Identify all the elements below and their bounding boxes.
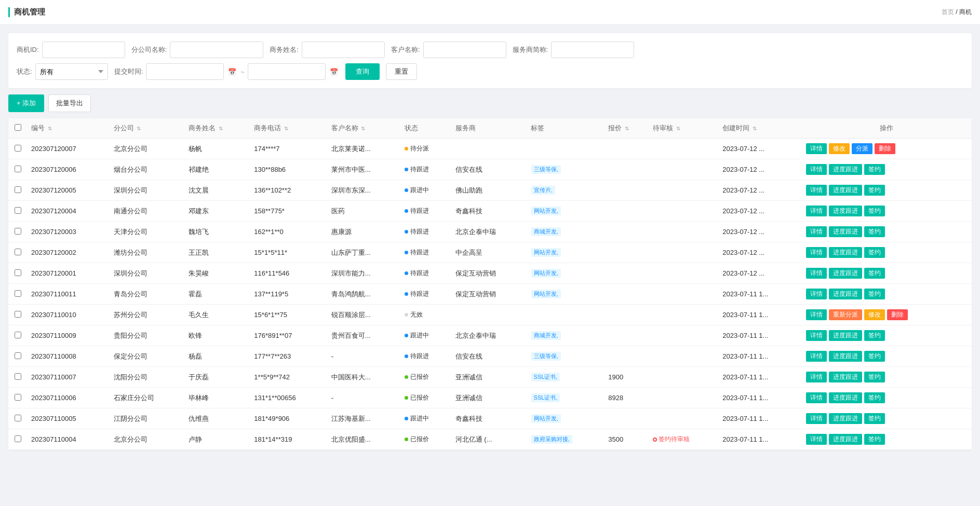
action-签约-button[interactable]: 签约 [864,434,885,445]
action-签约-button[interactable]: 签约 [864,185,885,196]
action-签约-button[interactable]: 签约 [864,289,885,299]
action-详情-button[interactable]: 详情 [806,247,827,258]
customer-name-input[interactable] [423,42,506,58]
action-进度跟进-button[interactable]: 进度跟进 [829,351,862,362]
action-签约-button[interactable]: 签约 [864,247,885,258]
action-详情-button[interactable]: 详情 [806,330,827,341]
tag-chip: 网站开发, [531,269,561,278]
action-进度跟进-button[interactable]: 进度跟进 [829,247,862,258]
action-详情-button[interactable]: 详情 [806,226,827,237]
action-修改-button[interactable]: 修改 [864,309,885,320]
row-actions: 详情进度跟进签约 [802,408,972,429]
action-进度跟进-button[interactable]: 进度跟进 [829,434,862,445]
row-branch: 江阴分公司 [110,408,185,429]
select-all-checkbox[interactable] [15,124,21,131]
service-provider-input[interactable] [551,42,634,58]
row-tags: 网站开发, [527,201,605,222]
action-签约-button[interactable]: 签约 [864,372,885,382]
row-id: 202307110010 [27,305,110,325]
action-进度跟进-button[interactable]: 进度跟进 [829,226,862,237]
reset-button[interactable]: 重置 [386,63,417,80]
filter-row-1: 商机ID: 分公司名称: 商务姓名: 客户名称: 服务商简称: [17,42,963,58]
action-进度跟进-button[interactable]: 进度跟进 [829,330,862,341]
row-checkbox[interactable] [15,435,21,442]
row-checkbox[interactable] [15,373,21,380]
action-详情-button[interactable]: 详情 [806,434,827,445]
row-pending-review [649,159,718,180]
action-详情-button[interactable]: 详情 [806,413,827,424]
action-进度跟进-button[interactable]: 进度跟进 [829,185,862,196]
action-签约-button[interactable]: 签约 [864,226,885,237]
action-进度跟进-button[interactable]: 进度跟进 [829,392,862,403]
action-详情-button[interactable]: 详情 [806,206,827,216]
action-修改-button[interactable]: 修改 [829,143,850,154]
row-checkbox[interactable] [15,166,21,172]
row-checkbox[interactable] [15,145,21,152]
action-进度跟进-button[interactable]: 进度跟进 [829,372,862,382]
status-label: 已报价 [410,435,429,444]
action-进度跟进-button[interactable]: 进度跟进 [829,289,862,299]
row-sales-name: 王正凯 [184,242,250,263]
action-进度跟进-button[interactable]: 进度跟进 [829,413,862,424]
add-button[interactable]: + 添加 [8,94,44,112]
query-button[interactable]: 查询 [345,63,380,80]
action-签约-button[interactable]: 签约 [864,330,885,341]
action-详情-button[interactable]: 详情 [806,143,827,154]
action-签约-button[interactable]: 签约 [864,206,885,216]
action-删除-button[interactable]: 删除 [887,309,908,320]
action-进度跟进-button[interactable]: 进度跟进 [829,206,862,216]
action-详情-button[interactable]: 详情 [806,351,827,362]
action-重新分派-button[interactable]: 重新分派 [829,309,862,320]
row-checkbox[interactable] [15,332,21,338]
status-dot [405,188,408,192]
row-checkbox[interactable] [15,394,21,401]
action-进度跟进-button[interactable]: 进度跟进 [829,268,862,279]
status-select[interactable]: 所有 待分派 待跟进 跟进中 待报进 已报价 无效 [35,63,108,80]
branch-name-input[interactable] [170,42,263,58]
row-checkbox[interactable] [15,228,21,235]
row-checkbox[interactable] [15,415,21,421]
col-branch: 分公司 ⇅ [110,118,185,139]
tag-chip: 政府采购对接, [531,435,572,444]
col-quote: 报价 ⇅ [604,118,649,139]
row-created-time: 2023-07-11 1... [718,408,802,429]
breadcrumb-home[interactable]: 首页 [942,8,954,16]
action-分派-button[interactable]: 分派 [852,143,872,154]
export-button[interactable]: 批量导出 [48,94,91,112]
action-btns: 详情进度跟进签约 [806,226,968,237]
action-详情-button[interactable]: 详情 [806,372,827,382]
action-详情-button[interactable]: 详情 [806,392,827,403]
row-checkbox-cell [8,180,27,201]
row-checkbox[interactable] [15,249,21,255]
submit-time-start[interactable] [146,63,224,80]
row-checkbox[interactable] [15,186,21,193]
action-删除-button[interactable]: 删除 [875,143,895,154]
row-customer: 山东萨丁重... [327,242,401,263]
tag-chip: 网站开发, [531,290,561,298]
row-checkbox[interactable] [15,290,21,297]
action-签约-button[interactable]: 签约 [864,351,885,362]
row-checkbox[interactable] [15,352,21,359]
row-checkbox[interactable] [15,269,21,276]
opportunity-id-input[interactable] [42,42,125,58]
action-签约-button[interactable]: 签约 [864,268,885,279]
row-pending-review [649,325,718,346]
action-详情-button[interactable]: 详情 [806,164,827,175]
row-service-provider: 佛山助跑 [451,180,527,201]
action-进度跟进-button[interactable]: 进度跟进 [829,164,862,175]
action-详情-button[interactable]: 详情 [806,289,827,299]
action-签约-button[interactable]: 签约 [864,413,885,424]
row-tags: 三级等保, [527,159,605,180]
row-checkbox[interactable] [15,311,21,318]
row-checkbox[interactable] [15,207,21,214]
action-签约-button[interactable]: 签约 [864,164,885,175]
row-actions: 详情进度跟进签约 [802,201,972,222]
action-详情-button[interactable]: 详情 [806,268,827,279]
action-签约-button[interactable]: 签约 [864,392,885,403]
sales-name-input[interactable] [302,42,385,58]
action-详情-button[interactable]: 详情 [806,309,827,320]
submit-time-end[interactable] [248,63,326,80]
status-label: 待跟进 [410,352,429,361]
action-详情-button[interactable]: 详情 [806,185,827,196]
row-sales-name: 毛久生 [184,305,250,325]
